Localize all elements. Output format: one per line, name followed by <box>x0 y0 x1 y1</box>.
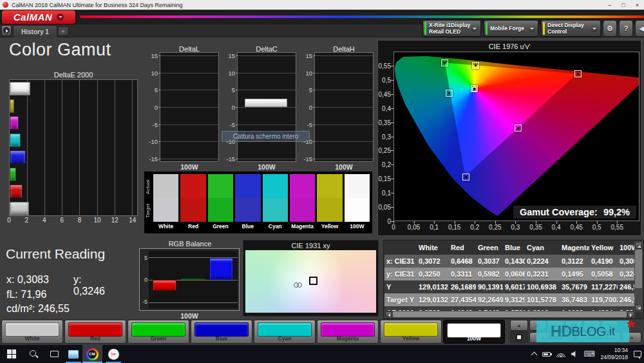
tick-mark <box>391 193 393 193</box>
pattern-button-green[interactable]: Green <box>128 320 189 344</box>
tab-history-1[interactable]: History 1 <box>13 25 57 37</box>
pattern-button-cyan[interactable]: Cyan <box>254 320 316 344</box>
close-button[interactable]: × <box>636 2 639 8</box>
calman-taskbar-button[interactable]: CM <box>83 345 101 363</box>
rgb-balance-chart: RGB Balance 50-5 100W <box>139 240 241 320</box>
calman-menu-button[interactable]: CalMAN <box>2 10 75 24</box>
axis-tick-label: 0 <box>378 218 391 225</box>
scroll-up-button[interactable] <box>635 242 642 249</box>
pattern-button-white[interactable]: White <box>1 320 63 344</box>
axis-tick-label: 0,1 <box>378 190 391 197</box>
deltal-chart: DeltaL151050-5-10-15100W <box>143 45 220 171</box>
axis-tick-label: -5 <box>141 299 147 305</box>
pattern-button-blue[interactable]: Blue <box>191 320 252 344</box>
table-cell: 36,7483 <box>560 296 589 304</box>
pattern-label: Magenta <box>317 335 378 342</box>
pattern-button-100w[interactable]: 100W <box>443 320 505 344</box>
horizontal-scrollbar[interactable] <box>384 311 635 318</box>
axis-tick-label: 14 <box>129 217 136 224</box>
scroll-left-button[interactable] <box>385 311 392 317</box>
file-explorer-icon <box>68 350 79 358</box>
axis-tick-label: -10 <box>144 138 158 145</box>
bar-blue <box>10 150 26 164</box>
axis-tick-label: 0,5 <box>592 224 601 231</box>
pattern-window-button[interactable] <box>510 331 528 343</box>
actual-target-swatches: Actual Target WhiteRedGreenBlueCyanMagen… <box>144 172 372 233</box>
taskbar-clock[interactable]: 10:34 24/09/2018 <box>600 347 628 360</box>
windows-logo-icon <box>7 349 16 358</box>
keyboard-icon[interactable]: ⌨ <box>583 350 594 358</box>
new-tab-button[interactable]: + <box>58 26 68 35</box>
minimize-button[interactable]: – <box>608 2 611 8</box>
axis-tick-label: 0 <box>144 104 158 111</box>
battery-icon[interactable] <box>542 352 551 357</box>
axis-tick-label: 12 <box>111 217 118 224</box>
axis-tick-label: -15 <box>221 155 235 162</box>
scroll-thumb[interactable] <box>635 250 642 288</box>
tick-mark <box>391 137 393 137</box>
bar-blue <box>209 258 233 280</box>
column-header: Green <box>476 244 503 251</box>
pattern-button-red[interactable]: Red <box>64 320 126 344</box>
wifi-icon[interactable] <box>556 351 565 357</box>
axis-tick-label: 5 <box>221 86 235 93</box>
bar-yellow <box>10 99 14 113</box>
actual-swatch <box>263 174 288 198</box>
axis-tick-label: 5 <box>141 255 147 261</box>
table-row: Y129,013226,168990,13919,6017100,693835,… <box>384 280 635 293</box>
tick-mark <box>236 107 238 108</box>
table-cell: 26,1689 <box>449 283 476 291</box>
target-marker-blue <box>462 173 469 181</box>
tray-expand-icon[interactable] <box>531 352 538 358</box>
gridline <box>238 159 296 159</box>
pattern-button-magenta[interactable]: Magenta <box>317 320 379 344</box>
maximize-button[interactable]: □ <box>621 2 625 8</box>
speaker-icon[interactable] <box>571 351 578 357</box>
scissors-icon: ✂ <box>108 349 119 360</box>
file-explorer-button[interactable] <box>64 345 82 363</box>
start-button[interactable] <box>3 345 21 363</box>
gridline <box>160 159 218 159</box>
bar-100w <box>245 99 288 107</box>
scroll-down-button[interactable] <box>635 304 642 311</box>
axis-tick-label: -5 <box>298 121 312 128</box>
device-selector-0[interactable]: X-Rite i1Display Retail OLED <box>422 20 481 37</box>
action-center-icon[interactable] <box>634 351 641 357</box>
vertical-scrollbar[interactable] <box>634 241 643 312</box>
pattern-swatch <box>5 322 59 337</box>
tick-mark <box>576 221 577 224</box>
history-panel-button[interactable] <box>1 25 12 36</box>
table-cell: 0,3311 <box>449 270 476 278</box>
target-swatch <box>263 198 288 222</box>
axis-tick-label: 6 <box>60 217 64 224</box>
deltae-xaxis: 02468101214 <box>9 216 138 224</box>
tick-mark <box>236 124 238 125</box>
bar-magenta <box>10 116 19 130</box>
rgb-balance-plot <box>149 251 238 308</box>
device-selector-1[interactable]: Mobile Forge <box>484 20 538 37</box>
chart-title: CIE 1931 xy <box>243 240 378 249</box>
task-view-icon <box>50 351 59 357</box>
axis-tick-label: 0,3 <box>378 133 391 141</box>
task-view-button[interactable] <box>45 345 63 363</box>
arrow-down-icon <box>638 308 641 311</box>
pattern-up-button[interactable]: ▲ <box>510 320 528 331</box>
gridline <box>315 55 373 56</box>
settings-gear-button[interactable]: ⚙ <box>603 20 617 37</box>
snipping-tool-button[interactable]: ✂ <box>104 345 122 363</box>
search-button[interactable] <box>24 345 43 363</box>
app-icon <box>3 2 8 8</box>
swatch-blue <box>235 174 260 222</box>
scroll-thumb[interactable] <box>393 311 627 317</box>
device-selector-2[interactable]: Direct Display Control <box>541 20 601 37</box>
collapse-panel-button[interactable]: ◀ <box>635 20 644 37</box>
recording-asterisk: * <box>627 316 635 338</box>
pattern-swatch <box>258 322 312 337</box>
table-cell: 0,6468 <box>449 257 476 265</box>
gridline <box>97 80 98 215</box>
table-header-row: WhiteRedGreenBlueCyanMagentaYellow100W <box>384 240 635 255</box>
pattern-button-yellow[interactable]: Yellow <box>380 320 442 344</box>
tick-mark <box>391 164 393 165</box>
swatch-cyan <box>263 174 288 222</box>
help-button[interactable]: ? <box>619 20 633 37</box>
